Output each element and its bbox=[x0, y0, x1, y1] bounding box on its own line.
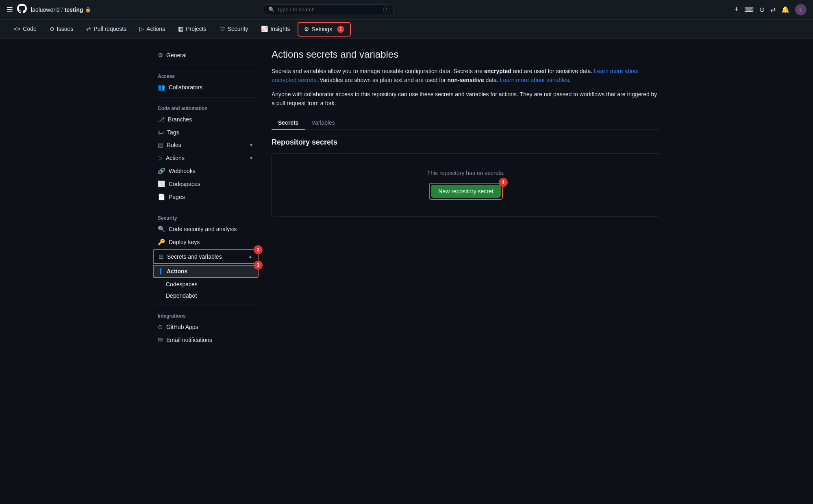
search-input[interactable] bbox=[277, 6, 381, 13]
nav-actions[interactable]: ▷ Actions bbox=[134, 19, 171, 39]
sidebar: ⚙ General Access 👥 Collaborators Code an… bbox=[153, 49, 259, 346]
repo-nav: <> Code ⊙ Issues ⇄ Pull requests ▷ Actio… bbox=[0, 19, 813, 39]
desc-text-2: . Variables are shown as plain text and … bbox=[317, 77, 448, 83]
avatar[interactable]: L bbox=[795, 4, 806, 15]
secrets-badge: 2 bbox=[254, 245, 263, 254]
nav-settings[interactable]: ⚙ Settings 1 bbox=[298, 22, 351, 37]
sidebar-item-codespaces[interactable]: ⬜ Codespaces bbox=[153, 177, 259, 190]
desc-bold-encrypted: encrypted bbox=[484, 68, 511, 74]
sidebar-item-general[interactable]: ⚙ General bbox=[153, 49, 259, 62]
sidebar-item-rules[interactable]: ▤ Rules ▼ bbox=[153, 138, 259, 151]
sidebar-sub-item-actions[interactable]: Actions bbox=[153, 265, 259, 278]
new-secret-button-wrapper: New repository secret 4 bbox=[429, 183, 502, 200]
pr-nav-icon: ⇄ bbox=[86, 26, 91, 32]
sidebar-webhooks-label: Webhooks bbox=[169, 168, 196, 174]
sidebar-item-webhooks[interactable]: 🔗 Webhooks bbox=[153, 164, 259, 177]
new-secret-button[interactable]: New repository secret bbox=[431, 185, 500, 198]
description-paragraph-1: Secrets and variables allow you to manag… bbox=[272, 67, 660, 85]
sidebar-sub-codespaces-label: Codespaces bbox=[166, 281, 198, 288]
sidebar-sub-dependabot-label: Dependabot bbox=[166, 292, 197, 299]
top-nav: ☰ laoluoworld / testing 🔒 🔍 / + ⌨ ⊙ ⇄ 🔔 … bbox=[0, 0, 813, 19]
nav-actions-label: Actions bbox=[146, 26, 165, 32]
sidebar-sub-item-codespaces[interactable]: Codespaces bbox=[153, 279, 259, 290]
description-paragraph-2: Anyone with collaborator access to this … bbox=[272, 90, 660, 108]
new-secret-badge: 4 bbox=[499, 178, 508, 187]
sidebar-item-github-apps[interactable]: ⊙ GitHub Apps bbox=[153, 320, 259, 333]
sidebar-item-pages[interactable]: 📄 Pages bbox=[153, 190, 259, 203]
sidebar-github-apps-label: GitHub Apps bbox=[166, 324, 198, 330]
sidebar-rules-label: Rules bbox=[167, 142, 181, 148]
gear-icon: ⚙ bbox=[158, 52, 163, 59]
nav-pr-label: Pull requests bbox=[93, 26, 126, 32]
tab-secrets[interactable]: Secrets bbox=[272, 116, 305, 130]
tab-variables[interactable]: Variables bbox=[305, 116, 341, 130]
codespaces-icon: ⬜ bbox=[158, 180, 165, 188]
actions-nav-icon: ▷ bbox=[139, 26, 144, 32]
code-icon: <> bbox=[14, 26, 20, 32]
lock-icon: 🔒 bbox=[85, 7, 91, 13]
issues-icon[interactable]: ⊙ bbox=[759, 6, 765, 13]
pull-requests-icon[interactable]: ⇄ bbox=[770, 6, 776, 13]
sidebar-item-code-security[interactable]: 🔍 Code security and analysis bbox=[153, 223, 259, 236]
sidebar-item-secrets-variables[interactable]: ⊞ Secrets and variables ▲ bbox=[153, 249, 259, 264]
nav-insights-label: Insights bbox=[270, 26, 290, 32]
sidebar-sub-item-dependabot[interactable]: Dependabot bbox=[153, 290, 259, 301]
page-title: Actions secrets and variables bbox=[272, 49, 660, 60]
nav-insights[interactable]: 📈 Insights bbox=[255, 19, 296, 39]
repo-path: laoluoworld / testing 🔒 bbox=[31, 6, 91, 13]
nav-projects[interactable]: ▦ Projects bbox=[172, 19, 212, 39]
email-icon: ✉ bbox=[158, 336, 163, 344]
actions-sub-badge: 3 bbox=[254, 261, 263, 270]
search-slash-icon: / bbox=[383, 6, 389, 13]
desc-text-2-cont: data. bbox=[484, 77, 500, 83]
sidebar-divider-2 bbox=[153, 97, 259, 97]
settings-nav-icon: ⚙ bbox=[304, 26, 309, 32]
sidebar-sub-actions-label: Actions bbox=[167, 268, 187, 275]
sidebar-actions-label: Actions bbox=[166, 155, 185, 161]
sidebar-email-label: Email notifications bbox=[166, 337, 212, 343]
search-bar[interactable]: 🔍 / bbox=[264, 4, 394, 15]
sidebar-divider-4 bbox=[153, 305, 259, 305]
chevron-up-icon: ▲ bbox=[248, 254, 253, 260]
sidebar-item-actions[interactable]: ▷ Actions ▼ bbox=[153, 151, 259, 164]
code-security-icon: 🔍 bbox=[158, 225, 165, 233]
desc-text-1: Secrets and variables allow you to manag… bbox=[272, 68, 484, 74]
plus-icon[interactable]: + bbox=[734, 5, 739, 14]
notifications-icon[interactable]: 🔔 bbox=[781, 6, 789, 13]
sidebar-access-section: Access bbox=[153, 69, 259, 81]
sidebar-integrations-section: Integrations bbox=[153, 308, 259, 320]
nav-code[interactable]: <> Code bbox=[8, 19, 42, 39]
github-logo[interactable] bbox=[17, 4, 27, 16]
settings-badge: 1 bbox=[337, 26, 344, 33]
nav-issues[interactable]: ⊙ Issues bbox=[44, 19, 79, 39]
sidebar-item-branches[interactable]: ⎇ Branches bbox=[153, 113, 259, 126]
terminal-icon[interactable]: ⌨ bbox=[744, 6, 754, 13]
nav-security-label: Security bbox=[228, 26, 248, 32]
main-content: Actions secrets and variables Secrets an… bbox=[272, 49, 660, 346]
repo-secrets-section: Repository secrets This repository has n… bbox=[272, 138, 660, 216]
sidebar-item-collaborators[interactable]: 👥 Collaborators bbox=[153, 81, 259, 94]
nav-issues-label: Issues bbox=[57, 26, 73, 32]
sidebar-item-tags[interactable]: 🏷 Tags bbox=[153, 126, 259, 138]
repo-owner[interactable]: laoluoworld bbox=[31, 6, 60, 13]
sidebar-item-deploy-keys[interactable]: 🔑 Deploy keys bbox=[153, 236, 259, 249]
repo-name[interactable]: testing bbox=[65, 6, 83, 13]
sidebar-codespaces-label: Codespaces bbox=[169, 181, 200, 187]
path-separator: / bbox=[61, 6, 63, 13]
actions-icon: ▷ bbox=[158, 154, 163, 162]
search-icon: 🔍 bbox=[268, 6, 275, 13]
desc-bold-nonsensitive: non-sensitive bbox=[447, 77, 484, 83]
chevron-down-icon-actions: ▼ bbox=[249, 155, 254, 161]
issues-nav-icon: ⊙ bbox=[50, 26, 54, 32]
nav-pull-requests[interactable]: ⇄ Pull requests bbox=[80, 19, 132, 39]
learn-variables-link[interactable]: Learn more about variables bbox=[500, 77, 569, 83]
nav-code-label: Code bbox=[23, 26, 36, 32]
projects-nav-icon: ▦ bbox=[178, 26, 183, 32]
sidebar-code-security-label: Code security and analysis bbox=[169, 226, 237, 232]
sidebar-item-email-notifications[interactable]: ✉ Email notifications bbox=[153, 333, 259, 346]
nav-security[interactable]: 🛡 Security bbox=[214, 19, 254, 39]
sidebar-secrets-label: Secrets and variables bbox=[167, 253, 222, 260]
github-apps-icon: ⊙ bbox=[158, 323, 163, 331]
desc-period: . bbox=[569, 77, 571, 83]
hamburger-menu-icon[interactable]: ☰ bbox=[7, 5, 13, 14]
